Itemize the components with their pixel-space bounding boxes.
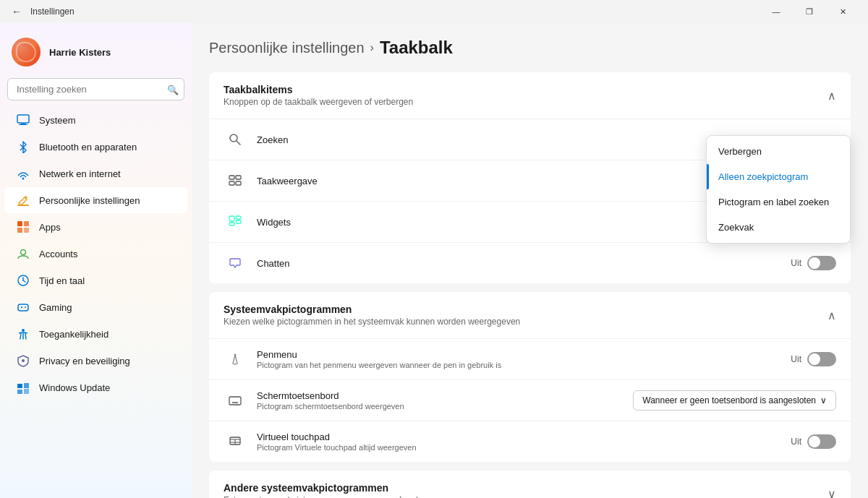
maximize-button[interactable]: ❐ <box>793 0 826 23</box>
section-header-taakbalkitems[interactable]: Taakbalkitems Knoppen op de taakbalk wee… <box>209 72 851 119</box>
toggle-virtueel[interactable] <box>807 434 836 449</box>
svg-rect-28 <box>236 181 241 185</box>
nav-icon-netwerk <box>16 166 30 181</box>
section-title-systeemvak: Systeemvakpictogrammen <box>224 304 520 315</box>
nav-label-windows: Windows Update <box>39 382 176 393</box>
control-virtueel: Uit <box>791 434 836 449</box>
sidebar-item-accounts[interactable]: Accounts <box>4 241 187 267</box>
nav-label-apps: Apps <box>39 222 176 233</box>
content-area: Persoonlijke instellingen › Taakbalk Taa… <box>192 23 868 498</box>
section-title-andere: Andere systeemvakpictogrammen <box>224 482 443 494</box>
nav-icon-gaming <box>16 300 30 314</box>
sidebar-item-systeem[interactable]: Systeem <box>4 107 187 133</box>
nav-label-netwerk: Netwerk en internet <box>39 168 176 179</box>
setting-title-schermtoetsenbord: Schermtoetsenbord <box>257 390 633 401</box>
setting-title-virtueel: Virtueel touchpad <box>257 432 791 442</box>
page-title: Taakbalk <box>380 38 453 58</box>
user-section: Harrie Kisters <box>0 32 192 78</box>
sidebar-item-toegankelijkheid[interactable]: Toegankelijkheid <box>4 321 187 347</box>
toggle-chatten[interactable] <box>807 256 836 270</box>
nav-items: Systeem Bluetooth en apparaten Netwerk e… <box>0 106 192 401</box>
svg-rect-27 <box>229 181 234 185</box>
toggle-label-penmenu: Uit <box>791 354 801 364</box>
close-button[interactable]: ✕ <box>826 0 859 23</box>
sidebar-item-apps[interactable]: Apps <box>4 214 187 240</box>
toggle-penmenu[interactable] <box>807 352 836 366</box>
toggle-label-chatten: Uit <box>791 258 801 268</box>
setting-icon-zoeken <box>224 128 247 151</box>
svg-rect-32 <box>229 223 234 226</box>
popup-item-verbergen[interactable]: Verbergen <box>707 139 850 164</box>
sidebar-item-persoonlijk[interactable]: Persoonlijke instellingen <box>4 187 187 213</box>
svg-rect-8 <box>24 221 29 226</box>
sidebar-item-netwerk[interactable]: Netwerk en internet <box>4 160 187 186</box>
sidebar-item-windows[interactable]: Windows Update <box>4 374 187 400</box>
chevron-andere: ∨ <box>827 487 836 499</box>
nav-icon-tijd <box>16 273 30 288</box>
nav-label-systeem: Systeem <box>39 115 176 126</box>
section-systeemvak: Systeemvakpictogrammen Kiezen welke pict… <box>209 292 851 462</box>
section-desc-andere: Extra systeemvakpictogrammen weergeven o… <box>224 495 443 498</box>
back-button[interactable]: ← <box>9 3 25 20</box>
dropdown-schermtoetsenbord[interactable]: Wanneer er geen toetsenbord is aangeslot… <box>633 390 836 411</box>
sidebar-item-privacy[interactable]: Privacy en beveiliging <box>4 348 187 374</box>
user-name: Harrie Kisters <box>49 47 111 58</box>
svg-point-11 <box>21 250 26 255</box>
section-header-systeemvak[interactable]: Systeemvakpictogrammen Kiezen welke pict… <box>209 292 851 338</box>
setting-icon-schermtoetsenbord <box>224 389 247 412</box>
svg-rect-9 <box>17 228 22 233</box>
nav-label-toegankelijkheid: Toegankelijkheid <box>39 329 176 340</box>
avatar <box>12 38 41 66</box>
setting-info-chatten: Chatten <box>257 258 791 269</box>
titlebar-title: Instellingen <box>30 7 75 17</box>
nav-icon-privacy <box>16 353 30 368</box>
section-header-andere[interactable]: Andere systeemvakpictogrammen Extra syst… <box>209 471 851 498</box>
setting-desc-schermtoetsenbord: Pictogram schermtoetsenbord weergeven <box>257 402 633 411</box>
svg-rect-10 <box>24 228 29 233</box>
nav-icon-toegankelijkheid <box>16 327 30 341</box>
search-input[interactable] <box>7 78 184 100</box>
breadcrumb-arrow: › <box>370 41 374 54</box>
setting-item-penmenu: Penmenu Pictogram van het penmenu weerge… <box>209 338 851 379</box>
app-body: Harrie Kisters 🔍 Systeem Bluetooth en ap… <box>0 23 868 498</box>
nav-icon-bluetooth <box>16 139 30 154</box>
popup-item-pictogram-label[interactable]: Pictogram en label zoeken <box>707 189 850 215</box>
setting-info-virtueel: Virtueel touchpad Pictogram Virtuele tou… <box>257 432 791 452</box>
avatar-shape <box>16 42 36 62</box>
svg-rect-2 <box>19 124 27 125</box>
setting-info-schermtoetsenbord: Schermtoetsenbord Pictogram schermtoetse… <box>257 390 633 411</box>
nav-icon-apps <box>16 220 30 234</box>
sidebar-item-tijd[interactable]: Tijd en taal <box>4 267 187 293</box>
svg-rect-0 <box>17 115 29 123</box>
setting-icon-chatten <box>224 252 247 275</box>
setting-title-penmenu: Penmenu <box>257 349 791 360</box>
dropdown-chevron-schermtoetsenbord: ∨ <box>820 395 827 405</box>
setting-item-virtueel: Virtueel touchpad Pictogram Virtuele tou… <box>209 421 851 462</box>
sidebar-item-gaming[interactable]: Gaming <box>4 294 187 320</box>
setting-info-penmenu: Penmenu Pictogram van het penmenu weerge… <box>257 349 791 369</box>
svg-rect-30 <box>236 216 241 219</box>
setting-icon-taakweergave <box>224 169 247 192</box>
svg-rect-31 <box>236 220 241 223</box>
popup-item-alleen-zoekpictogram[interactable]: Alleen zoekpictogram <box>707 164 850 189</box>
section-info-systeemvak: Systeemvakpictogrammen Kiezen welke pict… <box>224 304 520 327</box>
toggle-label-virtueel: Uit <box>791 437 801 447</box>
dropdown-popup: VerbergenAlleen zoekpictogramPictogram e… <box>706 135 851 244</box>
section-title-taakbalkitems: Taakbalkitems <box>224 84 413 95</box>
popup-item-zoekvak[interactable]: Zoekvak <box>707 215 850 240</box>
svg-point-33 <box>234 354 237 356</box>
svg-rect-6 <box>17 205 29 206</box>
titlebar: ← Instellingen — ❐ ✕ <box>0 0 868 23</box>
sidebar: Harrie Kisters 🔍 Systeem Bluetooth en ap… <box>0 23 192 498</box>
section-desc-systeemvak: Kiezen welke pictogrammen in het systeem… <box>224 317 520 327</box>
section-andere: Andere systeemvakpictogrammen Extra syst… <box>209 471 851 498</box>
setting-icon-penmenu <box>224 348 247 371</box>
section-info-taakbalkitems: Taakbalkitems Knoppen op de taakbalk wee… <box>224 84 413 107</box>
sidebar-item-bluetooth[interactable]: Bluetooth en apparaten <box>4 134 187 160</box>
setting-desc-virtueel: Pictogram Virtuele touchpad altijd weerg… <box>257 443 791 452</box>
nav-label-accounts: Accounts <box>39 249 176 259</box>
minimize-button[interactable]: — <box>760 0 793 23</box>
chevron-taakbalkitems: ∧ <box>827 89 836 103</box>
svg-rect-34 <box>229 397 241 405</box>
search-icon: 🔍 <box>167 84 179 95</box>
